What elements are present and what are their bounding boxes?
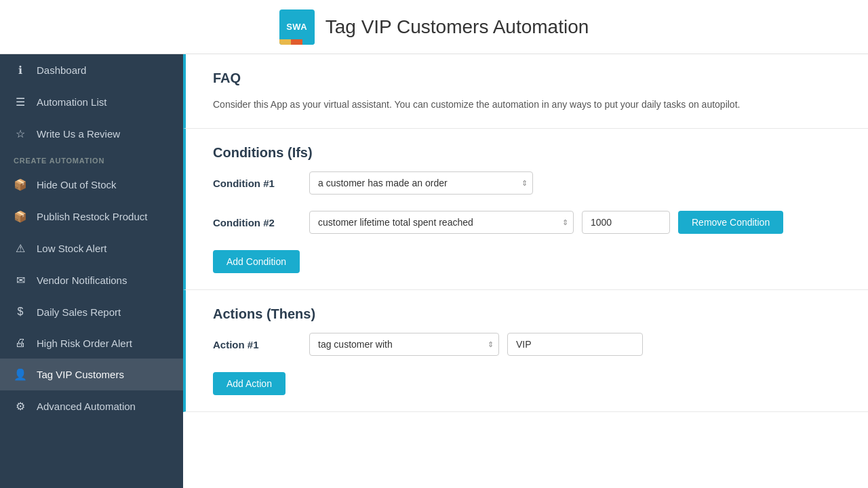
condition-2-label: Condition #2 (213, 217, 301, 228)
header: SWA Tag VIP Customers Automation (0, 0, 868, 54)
sidebar-item-label: High Risk Order Alert (37, 338, 132, 349)
faq-section: FAQ Consider this App as your virtual as… (183, 54, 868, 129)
action-1-value-input[interactable] (507, 333, 643, 356)
condition-1-row: Condition #1 a customer has made an orde… (213, 171, 841, 195)
add-action-row: Add Action (213, 372, 841, 395)
sidebar-item-dashboard[interactable]: ℹ Dashboard (0, 54, 183, 86)
create-automation-label: CREATE AUTOMATION (0, 150, 183, 169)
actions-title: Actions (Thens) (213, 306, 841, 322)
sidebar-item-label: Automation List (37, 96, 106, 108)
sidebar-item-write-review[interactable]: ☆ Write Us a Review (0, 118, 183, 150)
conditions-title: Conditions (Ifs) (213, 145, 841, 161)
sidebar-item-daily-sales-report[interactable]: $ Daily Sales Report (0, 296, 183, 327)
publish-icon: 📦 (14, 210, 27, 223)
add-condition-button[interactable]: Add Condition (213, 250, 300, 273)
warning-icon: ⚠ (14, 242, 27, 255)
sidebar-item-label: Write Us a Review (37, 128, 120, 140)
sidebar-item-advanced-automation[interactable]: ⚙ Advanced Automation (0, 390, 183, 422)
main-content: FAQ Consider this App as your virtual as… (183, 54, 868, 488)
action-1-label: Action #1 (213, 339, 301, 350)
action-1-select[interactable]: tag customer with send email to customer (309, 333, 499, 356)
sidebar-item-label: Publish Restock Product (37, 211, 147, 222)
logo: SWA (279, 9, 315, 45)
add-action-button[interactable]: Add Action (213, 372, 285, 395)
list-icon: ☰ (14, 96, 27, 108)
logo-text: SWA (286, 22, 307, 31)
sidebar-item-label: Tag VIP Customers (37, 369, 124, 380)
faq-text: Consider this App as your virtual assist… (213, 97, 841, 112)
faq-title: FAQ (213, 70, 841, 86)
box-icon: 📦 (14, 178, 27, 191)
sidebar-item-label: Advanced Automation (37, 401, 136, 412)
action-1-row: Action #1 tag customer with send email t… (213, 333, 841, 356)
condition-2-row: Condition #2 a customer has made an orde… (213, 211, 841, 234)
sidebar-item-label: Hide Out of Stock (37, 179, 117, 190)
action-1-select-wrapper: tag customer with send email to customer (309, 333, 499, 356)
conditions-section: Conditions (Ifs) Condition #1 a customer… (183, 129, 868, 290)
sidebar-item-hide-out-of-stock[interactable]: 📦 Hide Out of Stock (0, 169, 183, 201)
gear-icon: ⚙ (14, 400, 27, 413)
printer-icon: 🖨 (14, 337, 27, 349)
condition-1-select-wrapper: a customer has made an order customer li… (309, 171, 533, 195)
sidebar-item-label: Low Stock Alert (37, 243, 106, 254)
sidebar-item-tag-vip-customers[interactable]: 👤 Tag VIP Customers (0, 359, 183, 390)
sidebar-item-high-risk-order[interactable]: 🖨 High Risk Order Alert (0, 327, 183, 359)
sidebar-item-label: Vendor Notifications (37, 274, 127, 286)
remove-condition-button[interactable]: Remove Condition (678, 211, 783, 234)
condition-2-select[interactable]: a customer has made an order customer li… (309, 211, 574, 234)
sidebar-item-label: Daily Sales Report (37, 306, 121, 318)
condition-1-label: Condition #1 (213, 178, 301, 189)
sidebar-item-low-stock-alert[interactable]: ⚠ Low Stock Alert (0, 232, 183, 264)
mail-icon: ✉ (14, 274, 27, 287)
add-condition-row: Add Condition (213, 250, 841, 273)
sidebar-item-publish-restock[interactable]: 📦 Publish Restock Product (0, 201, 183, 232)
sidebar-item-vendor-notifications[interactable]: ✉ Vendor Notifications (0, 264, 183, 296)
sidebar-item-label: Dashboard (37, 64, 86, 76)
condition-2-value-input[interactable] (582, 211, 670, 234)
page-title: Tag VIP Customers Automation (326, 16, 589, 38)
actions-section: Actions (Thens) Action #1 tag customer w… (183, 290, 868, 412)
condition-1-select[interactable]: a customer has made an order customer li… (309, 171, 533, 195)
layout: ℹ Dashboard ☰ Automation List ☆ Write Us… (0, 54, 868, 488)
user-icon: 👤 (14, 368, 27, 381)
star-icon: ☆ (14, 127, 27, 140)
dollar-icon: $ (14, 306, 27, 318)
sidebar-item-automation-list[interactable]: ☰ Automation List (0, 86, 183, 118)
condition-2-select-wrapper: a customer has made an order customer li… (309, 211, 574, 234)
sidebar: ℹ Dashboard ☰ Automation List ☆ Write Us… (0, 54, 183, 488)
info-icon: ℹ (14, 64, 27, 77)
logo-stripe (279, 39, 315, 45)
